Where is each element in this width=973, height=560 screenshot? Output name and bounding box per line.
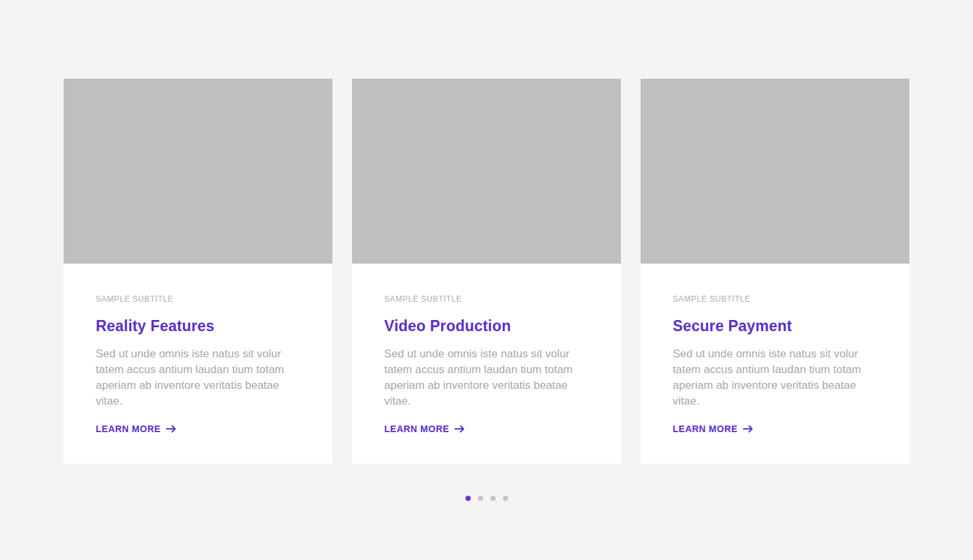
arrow-right-icon bbox=[454, 425, 465, 433]
card-content: SAMPLE SUBTITLE Secure Payment Sed ut un… bbox=[641, 264, 909, 464]
features-carousel-section: SAMPLE SUBTITLE Reality Features Sed ut … bbox=[64, 79, 909, 501]
learn-more-label: LEARN MORE bbox=[384, 424, 449, 434]
card-body-text: Sed ut unde omnis iste natus sit volur t… bbox=[673, 346, 878, 409]
card-body-text: Sed ut unde omnis iste natus sit volur t… bbox=[96, 346, 301, 409]
learn-more-link[interactable]: LEARN MORE bbox=[384, 424, 465, 434]
carousel-dot[interactable] bbox=[466, 496, 471, 501]
learn-more-link[interactable]: LEARN MORE bbox=[673, 424, 753, 434]
learn-more-label: LEARN MORE bbox=[96, 424, 161, 434]
card-subtitle: SAMPLE SUBTITLE bbox=[384, 294, 589, 304]
cards-row: SAMPLE SUBTITLE Reality Features Sed ut … bbox=[64, 79, 909, 464]
arrow-right-icon bbox=[166, 425, 176, 433]
carousel-dot[interactable] bbox=[490, 496, 496, 501]
card-content: SAMPLE SUBTITLE Video Production Sed ut … bbox=[352, 264, 621, 464]
learn-more-label: LEARN MORE bbox=[673, 424, 738, 434]
card-subtitle: SAMPLE SUBTITLE bbox=[96, 294, 301, 304]
card-image-placeholder bbox=[352, 79, 621, 264]
card-title: Secure Payment bbox=[673, 317, 878, 335]
card-title: Video Production bbox=[384, 317, 589, 335]
card-subtitle: SAMPLE SUBTITLE bbox=[673, 294, 878, 304]
carousel-dot[interactable] bbox=[503, 496, 508, 501]
carousel-dot[interactable] bbox=[478, 496, 483, 501]
feature-card: SAMPLE SUBTITLE Secure Payment Sed ut un… bbox=[641, 79, 909, 464]
arrow-right-icon bbox=[743, 425, 753, 433]
card-image-placeholder bbox=[641, 79, 909, 264]
feature-card: SAMPLE SUBTITLE Reality Features Sed ut … bbox=[64, 79, 332, 464]
learn-more-link[interactable]: LEARN MORE bbox=[96, 424, 176, 434]
card-title: Reality Features bbox=[96, 317, 301, 335]
card-body-text: Sed ut unde omnis iste natus sit volur t… bbox=[384, 346, 589, 409]
card-image-placeholder bbox=[64, 79, 332, 264]
carousel-dots bbox=[64, 496, 909, 501]
feature-card: SAMPLE SUBTITLE Video Production Sed ut … bbox=[352, 79, 621, 464]
card-content: SAMPLE SUBTITLE Reality Features Sed ut … bbox=[64, 264, 332, 464]
